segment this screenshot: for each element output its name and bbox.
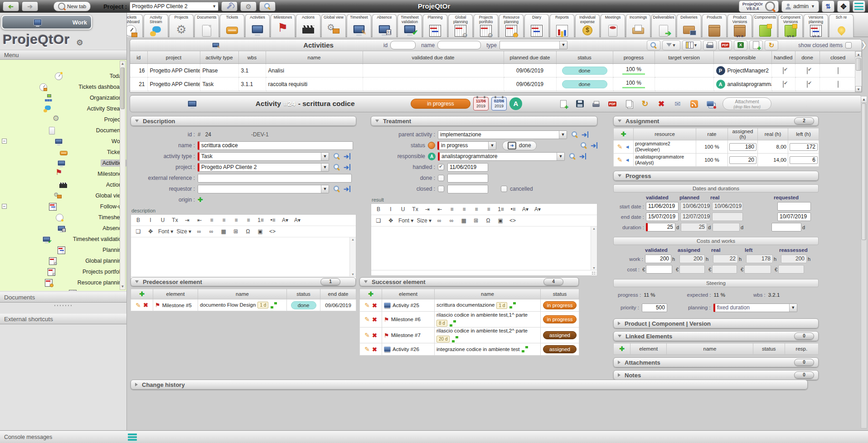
bullet-list-icon[interactable]: •≡ (507, 205, 519, 214)
notes-panel[interactable]: Notes 0 (613, 370, 819, 380)
table-icon[interactable]: ⊞ (470, 216, 482, 225)
rss-button[interactable] (687, 98, 701, 110)
toolbar-tab[interactable]: Actions (296, 14, 320, 37)
search-icon[interactable] (569, 153, 576, 160)
end-requested-input[interactable]: 10/07/2019 (777, 212, 811, 221)
toolbar-tab[interactable]: Timesheet validation (398, 14, 422, 37)
jump-to-icon[interactable]: ➔ (344, 164, 350, 170)
attachment-dropzone[interactable]: Attachment (drop files here) (723, 97, 771, 110)
sidebar-menu-item[interactable]: Actions (0, 179, 126, 190)
scroll-up-icon[interactable]: ▲ (120, 61, 125, 67)
refresh-button[interactable]: ↻ (638, 98, 652, 110)
email-button[interactable]: ✉ (671, 98, 684, 110)
advanced-search-button[interactable] (647, 40, 660, 50)
toolbar-tab[interactable]: Projects (169, 14, 194, 37)
predecessor-panel-header[interactable]: Predecessor element 1 (131, 277, 356, 286)
outdent-icon[interactable]: ⇤ (434, 205, 446, 214)
column-header[interactable]: status (556, 51, 613, 64)
fullscreen-button[interactable]: ✥ (837, 0, 850, 12)
edit-project-button[interactable] (221, 1, 238, 11)
sidebar-menu-item[interactable]: Activities (0, 158, 126, 169)
sidebar-section-external-shortcuts[interactable]: External shortcuts (0, 313, 126, 324)
costs-works-subheader[interactable]: Costs and works (613, 237, 819, 245)
add-assignment-button[interactable]: ✚ (614, 128, 634, 140)
successor-row[interactable]: ✎✖ ⚑Milestone #6 rilascio codice in ambi… (360, 312, 579, 327)
successor-panel-header[interactable]: Successor element 4 (359, 277, 579, 286)
closed-checkbox[interactable] (838, 67, 839, 74)
toolbar-tab[interactable]: Products (702, 14, 727, 37)
filter-name-input[interactable] (437, 41, 481, 49)
handled-checkbox[interactable] (783, 67, 784, 74)
sidebar-menu-item[interactable] (0, 288, 126, 291)
progress-panel-header[interactable]: Progress (613, 171, 819, 181)
handled-checkbox[interactable] (783, 81, 784, 88)
search-icon[interactable] (333, 185, 340, 193)
list-scrollbar[interactable]: ▲▼ (855, 51, 862, 92)
italic-icon[interactable]: I (145, 216, 156, 225)
edit-icon[interactable]: ✎ (364, 346, 370, 353)
excel-export-button[interactable]: X (734, 40, 747, 50)
edit-icon[interactable]: ✎ (136, 302, 141, 309)
assignment-row[interactable]: ✎◄ analistaprogrammatore(Analyst) 100 % … (614, 154, 819, 167)
sidebar-menu-item[interactable]: Global planning (0, 255, 126, 266)
sidebar-menu-item[interactable]: Documents (0, 125, 126, 136)
share-icon[interactable]: ◄ (625, 157, 630, 163)
menu-toggle-button[interactable] (853, 0, 865, 12)
jump-to-icon[interactable]: ➔ (582, 131, 588, 138)
dates-durations-subheader[interactable]: Dates and durations (613, 184, 819, 193)
source-icon[interactable]: <> (267, 227, 278, 236)
closed-checkbox[interactable] (438, 186, 444, 192)
remove-format-icon[interactable]: Tx (409, 205, 421, 214)
done-date-input[interactable] (447, 174, 488, 183)
special-char-icon[interactable]: Ω (242, 227, 254, 236)
toolbar-tab[interactable]: Resource planning (499, 14, 524, 37)
table-row[interactable]: 21 Progetto APP Cliente 2 Task 3.1.1 rac… (130, 77, 856, 91)
print-icon[interactable]: ❏ (132, 227, 144, 236)
edit-icon[interactable]: ✎ (364, 316, 370, 323)
size-icon[interactable]: Size ▾ (415, 216, 433, 225)
edit-icon[interactable]: ✎ (617, 156, 623, 164)
console-messages-label[interactable]: Console messages (4, 434, 52, 440)
sidebar-menu-item[interactable]: Work (0, 136, 126, 147)
filter-id-input[interactable] (390, 41, 416, 49)
parent-activity-select[interactable]: implementazione▼ (438, 130, 567, 139)
column-header[interactable]: closed (820, 51, 856, 64)
end-validated-input[interactable]: 15/07/2019 (646, 212, 679, 221)
bg-color-icon[interactable]: A▾ (291, 216, 303, 225)
left-input[interactable]: 6 (790, 156, 818, 164)
text-color-icon[interactable]: A▾ (279, 216, 291, 225)
print-button[interactable] (589, 98, 603, 110)
result-editor-content[interactable] (371, 226, 597, 270)
toolbar-tab[interactable]: Planning (423, 14, 447, 37)
scroll-down-icon[interactable]: ▼ (855, 86, 862, 92)
toolbar-tab[interactable]: Documents (194, 14, 219, 37)
requestor-select[interactable]: ▼ (198, 185, 329, 193)
delete-icon[interactable]: ✖ (372, 316, 377, 323)
assigned-input[interactable]: 20 (729, 156, 756, 164)
change-history-header[interactable]: Change history (131, 380, 808, 390)
cost-validated-input[interactable] (646, 265, 672, 274)
special-char-icon[interactable]: Ω (482, 216, 494, 225)
maximize-icon[interactable]: ✥ (385, 216, 397, 225)
toolbar-tab[interactable]: Sch re (829, 14, 853, 37)
back-button[interactable]: ➔ (3, 1, 19, 11)
tree-scrollbar[interactable]: ▲▼ (120, 61, 126, 290)
edit-icon[interactable]: ✎ (617, 143, 623, 150)
sidebar-group-header[interactable]: Work (1, 15, 92, 29)
sidebar-menu-item[interactable]: Global view (0, 190, 126, 201)
editor-scrollbar[interactable] (349, 237, 356, 276)
delete-icon[interactable]: ✖ (372, 332, 377, 339)
align-justify-icon[interactable]: ≡ (483, 205, 495, 214)
sidebar-menu-item[interactable]: Projects (0, 114, 126, 125)
jump-to-icon[interactable]: ➔ (591, 142, 597, 149)
print-button[interactable] (703, 40, 717, 50)
save-button[interactable] (573, 98, 587, 110)
toolbar-tab[interactable]: Global planning (448, 14, 473, 37)
column-header[interactable]: id (130, 51, 147, 64)
priority-input[interactable]: 500 (642, 303, 667, 312)
column-header[interactable]: done (795, 51, 820, 64)
print-icon[interactable]: ❏ (373, 216, 384, 225)
unlink-icon[interactable]: ∞ (446, 216, 457, 225)
toolbar-tab[interactable]: Incomings (626, 14, 650, 37)
project-select[interactable]: Progetto APP Cliente 2▼ (198, 163, 329, 172)
